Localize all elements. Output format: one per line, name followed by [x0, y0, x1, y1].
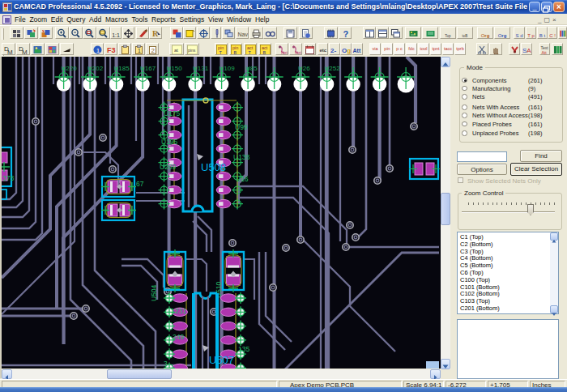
svg-text:at: at	[174, 48, 178, 53]
svg-text:U167: U167	[140, 65, 156, 72]
svg-text:M: M	[22, 49, 28, 55]
svg-text:U16: U16	[236, 175, 249, 183]
svg-text:U26: U26	[298, 65, 310, 72]
svg-text:378: 378	[2, 174, 14, 182]
svg-text:Not: Not	[295, 50, 301, 55]
svg-text:U507: U507	[209, 354, 234, 366]
svg-text:U504: U504	[150, 284, 158, 301]
svg-text:U195: U195	[161, 138, 178, 146]
svg-text:1: 1	[96, 47, 100, 54]
svg-text:Not: Not	[281, 50, 288, 55]
svg-text:249: 249	[173, 333, 184, 341]
svg-text:B: B	[233, 50, 237, 55]
svg-text:pins: pins	[188, 48, 196, 53]
svg-text:U185: U185	[114, 65, 130, 72]
svg-text:U508: U508	[201, 161, 226, 173]
svg-text:etc: etc	[320, 48, 327, 53]
svg-text:1231: 1231	[171, 307, 186, 315]
svg-text:U131: U131	[193, 65, 209, 72]
svg-text:Nav: Nav	[237, 32, 248, 37]
svg-text:U209: U209	[160, 163, 177, 171]
svg-text:U220: U220	[62, 65, 78, 72]
svg-text:U99: U99	[235, 123, 248, 131]
svg-text:Att: Att	[353, 48, 361, 53]
svg-text:3: 3	[164, 360, 168, 368]
svg-text:F3: F3	[107, 46, 116, 54]
svg-text:M: M	[7, 49, 13, 55]
svg-text:Og: Og	[342, 47, 351, 54]
svg-text:U202: U202	[87, 65, 104, 72]
svg-text:U175: U175	[164, 109, 181, 117]
svg-text:2-: 2-	[330, 47, 336, 54]
svg-text:?: ?	[343, 29, 348, 39]
svg-text:1: 1	[138, 48, 141, 53]
svg-text:Att: Att	[542, 50, 548, 55]
svg-text:SA: SA	[522, 47, 531, 54]
svg-text:U150: U150	[167, 65, 183, 72]
svg-text:U85: U85	[245, 65, 258, 72]
svg-text:2: 2	[151, 47, 155, 54]
svg-text:67: 67	[136, 180, 144, 188]
svg-text:U138: U138	[233, 153, 250, 161]
svg-text:U252: U252	[325, 65, 341, 72]
svg-text:B: B	[262, 50, 266, 55]
svg-text:135: 135	[238, 345, 249, 353]
svg-text:U109: U109	[220, 65, 236, 72]
